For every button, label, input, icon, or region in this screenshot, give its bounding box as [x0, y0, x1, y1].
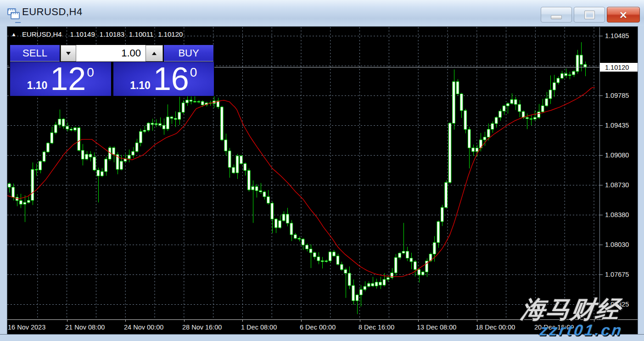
volume-decrease-button[interactable] — [61, 45, 76, 61]
svg-text:1.09785: 1.09785 — [605, 92, 629, 99]
buy-button[interactable]: BUY — [164, 45, 213, 61]
svg-text:1.10485: 1.10485 — [605, 32, 629, 39]
svg-text:1.08030: 1.08030 — [605, 241, 629, 248]
ask-prefix: 1.10 — [130, 79, 151, 92]
ohlc-low: 1.10011 — [129, 30, 153, 38]
ohlc-high: 1.10183 — [100, 30, 124, 38]
window-frame-right — [638, 26, 644, 334]
buy-label: BUY — [178, 47, 199, 59]
window-frame-left — [0, 26, 7, 334]
svg-text:1.09080: 1.09080 — [605, 151, 629, 159]
svg-text:13 Dec 08:00: 13 Dec 08:00 — [417, 324, 456, 331]
chevron-down-icon — [66, 52, 71, 55]
up-arrow-icon: ▲ — [11, 31, 17, 38]
svg-text:1.07675: 1.07675 — [605, 271, 629, 278]
svg-text:21 Nov 08:00: 21 Nov 08:00 — [65, 324, 105, 331]
bid-quote-button[interactable]: 1.10 12 0 — [10, 62, 111, 96]
bid-prefix: 1.10 — [27, 79, 48, 92]
ohlc-open: 1.10149 — [70, 30, 95, 38]
svg-text:8 Dec 16:00: 8 Dec 16:00 — [358, 324, 394, 331]
svg-text:18 Dec 00:00: 18 Dec 00:00 — [476, 324, 515, 331]
svg-text:1.08730: 1.08730 — [605, 181, 629, 189]
chevron-up-icon — [152, 52, 157, 55]
volume-increase-button[interactable] — [146, 45, 163, 61]
chart-window: EURUSD,H4 × 1.104851.097851.094351.09080… — [0, 0, 644, 341]
bid-pip-digit: 0 — [87, 65, 94, 80]
svg-text:1.09435: 1.09435 — [605, 122, 629, 129]
svg-text:6 Dec 00:00: 6 Dec 00:00 — [300, 324, 336, 331]
svg-text:1.08380: 1.08380 — [605, 211, 629, 218]
ohlc-header: ▲ EURUSD,H4 1.10149 1.10183 1.10011 1.10… — [11, 30, 183, 38]
ohlc-close: 1.10120 — [158, 30, 183, 38]
sell-button[interactable]: SELL — [10, 45, 60, 61]
ask-pip-digit: 0 — [190, 65, 197, 80]
ohlc-symbol: EURUSD,H4 — [22, 30, 62, 38]
svg-text:16 Nov 2023: 16 Nov 2023 — [8, 324, 45, 331]
watermark-url: zzrt01.cn — [538, 321, 624, 339]
volume-input[interactable] — [76, 45, 146, 61]
svg-text:24 Nov 00:00: 24 Nov 00:00 — [124, 324, 163, 331]
one-click-trading-panel: SELL BUY 1.10 12 0 1.10 16 0 — [10, 45, 214, 96]
current-price-badge: 1.10120 — [600, 63, 638, 72]
ask-quote-button[interactable]: 1.10 16 0 — [113, 62, 214, 96]
sell-label: SELL — [22, 47, 47, 59]
bid-big-digits: 12 — [50, 64, 86, 94]
svg-text:28 Nov 16:00: 28 Nov 16:00 — [182, 324, 222, 331]
ask-big-digits: 16 — [153, 64, 189, 94]
svg-text:1 Dec 08:00: 1 Dec 08:00 — [241, 324, 277, 331]
